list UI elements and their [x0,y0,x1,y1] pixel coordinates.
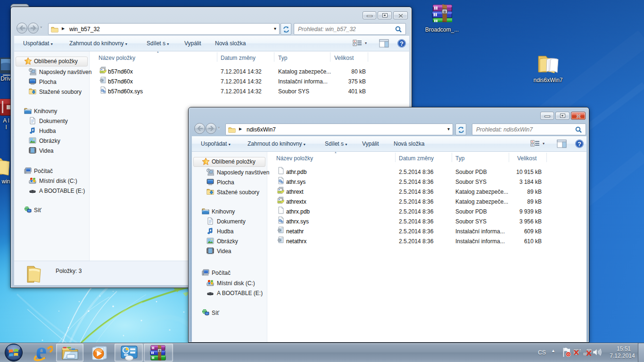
svg-text:?: ? [578,140,581,148]
svg-text:?: ? [400,40,404,47]
